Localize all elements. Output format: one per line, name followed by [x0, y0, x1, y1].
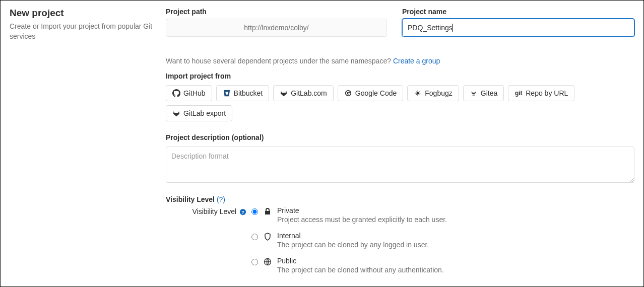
visibility-private-radio[interactable]	[251, 208, 258, 215]
import-label: Import project from	[166, 72, 634, 80]
globe-icon	[263, 257, 272, 266]
new-project-page: New project Create or Import your projec…	[0, 0, 644, 287]
page-title: New project	[10, 8, 156, 19]
project-path-group: Project path http://lnxdemo/colby/	[166, 8, 387, 37]
project-path-label: Project path	[166, 8, 387, 16]
create-group-link[interactable]: Create a group	[393, 57, 440, 65]
gitlab-icon	[280, 89, 288, 97]
visibility-inner-label: Visibility Level ?	[166, 206, 251, 282]
import-googlecode-button[interactable]: Google Code	[338, 85, 404, 101]
google-icon	[344, 89, 352, 97]
project-name-label: Project name	[402, 8, 634, 16]
import-fogbugz-button[interactable]: Fogbugz	[407, 85, 459, 101]
bitbucket-icon	[223, 89, 231, 97]
project-name-input[interactable]: PDQ_Settings	[402, 19, 634, 37]
visibility-public[interactable]: Public The project can be cloned without…	[251, 257, 634, 274]
import-repo-url-button[interactable]: git Repo by URL	[508, 85, 574, 101]
import-gitea-button[interactable]: Gitea	[463, 85, 504, 101]
lock-icon	[263, 207, 272, 216]
project-name-value: PDQ_Settings	[408, 24, 453, 32]
left-sidebar: New project Create or Import your projec…	[10, 8, 166, 279]
import-gitlab-button[interactable]: GitLab.com	[273, 85, 334, 101]
fogbugz-icon	[414, 89, 422, 97]
project-path-value: http://lnxdemo/colby/	[244, 24, 308, 32]
visibility-internal-radio[interactable]	[251, 234, 258, 240]
page-subtitle: Create or Import your project from popul…	[10, 22, 156, 41]
visibility-internal[interactable]: Internal The project can be cloned by an…	[251, 232, 634, 249]
svg-point-0	[417, 92, 419, 94]
description-label: Project description (optional)	[166, 133, 634, 141]
project-path-box[interactable]: http://lnxdemo/colby/	[166, 19, 387, 37]
description-input[interactable]	[166, 147, 634, 183]
visibility-options: Private Project access must be granted e…	[251, 206, 634, 282]
svg-text:?: ?	[241, 210, 244, 215]
gitlab-export-icon	[172, 109, 180, 117]
gitea-icon	[470, 89, 478, 97]
question-icon[interactable]: ?	[239, 208, 246, 216]
import-gitlab-export-button[interactable]: GitLab export	[166, 105, 232, 121]
visibility-section-label: Visibility Level (?)	[166, 195, 634, 203]
project-name-group: Project name PDQ_Settings	[402, 8, 634, 37]
namespace-hint: Want to house several dependent projects…	[166, 57, 634, 65]
visibility-private[interactable]: Private Project access must be granted e…	[251, 206, 634, 224]
import-github-button[interactable]: GitHub	[166, 85, 212, 101]
import-bitbucket-button[interactable]: Bitbucket	[216, 85, 270, 101]
import-buttons: GitHub Bitbucket GitLab.com Google Code	[166, 85, 634, 121]
git-icon: git	[514, 89, 523, 97]
github-icon	[172, 89, 180, 97]
shield-icon	[263, 232, 272, 241]
text-caret	[452, 24, 453, 32]
visibility-public-radio[interactable]	[251, 259, 258, 265]
form-area: Project path http://lnxdemo/colby/ Proje…	[166, 8, 634, 279]
visibility-help-link[interactable]: (?)	[217, 195, 225, 203]
